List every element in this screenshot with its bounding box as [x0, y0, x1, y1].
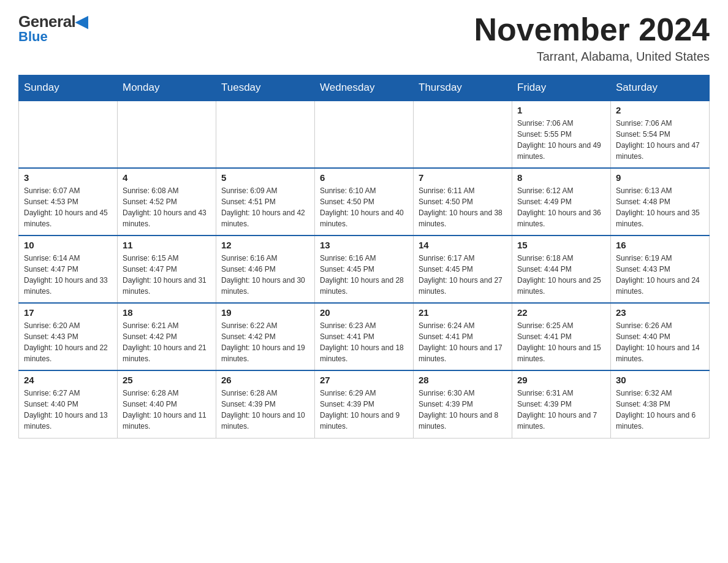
calendar-cell: 24Sunrise: 6:27 AM Sunset: 4:40 PM Dayli… — [19, 370, 118, 438]
calendar-cell — [118, 101, 216, 168]
month-title: November 2024 — [474, 12, 710, 47]
logo: General◀ Blue — [18, 12, 88, 45]
calendar-cell: 4Sunrise: 6:08 AM Sunset: 4:52 PM Daylig… — [118, 168, 216, 236]
calendar-cell: 14Sunrise: 6:17 AM Sunset: 4:45 PM Dayli… — [414, 236, 512, 303]
calendar-header-friday: Friday — [512, 75, 611, 101]
day-number: 10 — [24, 240, 112, 250]
calendar-cell — [216, 101, 315, 168]
day-number: 5 — [221, 172, 309, 183]
location-text: Tarrant, Alabama, United States — [474, 50, 710, 64]
day-number: 12 — [221, 240, 309, 250]
calendar-header-saturday: Saturday — [611, 75, 710, 101]
day-info: Sunrise: 6:10 AM Sunset: 4:50 PM Dayligh… — [320, 185, 408, 229]
day-number: 28 — [419, 375, 507, 385]
day-number: 23 — [616, 307, 704, 318]
day-info: Sunrise: 6:08 AM Sunset: 4:52 PM Dayligh… — [123, 185, 211, 229]
day-number: 17 — [24, 307, 112, 318]
calendar-header-wednesday: Wednesday — [315, 75, 414, 101]
day-number: 29 — [517, 375, 605, 385]
day-number: 27 — [320, 375, 408, 385]
calendar-cell: 2Sunrise: 7:06 AM Sunset: 5:54 PM Daylig… — [611, 101, 710, 168]
calendar-cell — [414, 101, 512, 168]
calendar-cell: 18Sunrise: 6:21 AM Sunset: 4:42 PM Dayli… — [118, 303, 216, 370]
day-info: Sunrise: 6:20 AM Sunset: 4:43 PM Dayligh… — [24, 320, 112, 364]
day-number: 21 — [419, 307, 507, 318]
calendar-cell: 19Sunrise: 6:22 AM Sunset: 4:42 PM Dayli… — [216, 303, 315, 370]
day-info: Sunrise: 6:07 AM Sunset: 4:53 PM Dayligh… — [24, 185, 112, 229]
logo-blue-text: Blue — [18, 29, 48, 45]
day-number: 14 — [419, 240, 507, 250]
day-number: 15 — [517, 240, 605, 250]
calendar-cell: 25Sunrise: 6:28 AM Sunset: 4:40 PM Dayli… — [118, 370, 216, 438]
calendar-cell: 23Sunrise: 6:26 AM Sunset: 4:40 PM Dayli… — [611, 303, 710, 370]
day-info: Sunrise: 6:09 AM Sunset: 4:51 PM Dayligh… — [221, 185, 309, 229]
calendar-cell: 7Sunrise: 6:11 AM Sunset: 4:50 PM Daylig… — [414, 168, 512, 236]
calendar-cell: 17Sunrise: 6:20 AM Sunset: 4:43 PM Dayli… — [19, 303, 118, 370]
calendar-cell: 5Sunrise: 6:09 AM Sunset: 4:51 PM Daylig… — [216, 168, 315, 236]
day-number: 18 — [123, 307, 211, 318]
calendar-cell: 1Sunrise: 7:06 AM Sunset: 5:55 PM Daylig… — [512, 101, 611, 168]
calendar-cell: 15Sunrise: 6:18 AM Sunset: 4:44 PM Dayli… — [512, 236, 611, 303]
calendar-cell: 9Sunrise: 6:13 AM Sunset: 4:48 PM Daylig… — [611, 168, 710, 236]
calendar-cell: 28Sunrise: 6:30 AM Sunset: 4:39 PM Dayli… — [414, 370, 512, 438]
page-header: General◀ Blue November 2024 Tarrant, Ala… — [18, 12, 710, 64]
calendar-week-4: 17Sunrise: 6:20 AM Sunset: 4:43 PM Dayli… — [19, 303, 710, 370]
day-info: Sunrise: 6:12 AM Sunset: 4:49 PM Dayligh… — [517, 185, 605, 229]
day-info: Sunrise: 6:17 AM Sunset: 4:45 PM Dayligh… — [419, 253, 507, 297]
calendar-header-monday: Monday — [118, 75, 216, 101]
day-info: Sunrise: 6:19 AM Sunset: 4:43 PM Dayligh… — [616, 253, 704, 297]
day-info: Sunrise: 6:22 AM Sunset: 4:42 PM Dayligh… — [221, 320, 309, 364]
calendar-cell — [315, 101, 414, 168]
day-info: Sunrise: 6:29 AM Sunset: 4:39 PM Dayligh… — [320, 388, 408, 432]
calendar-cell: 26Sunrise: 6:28 AM Sunset: 4:39 PM Dayli… — [216, 370, 315, 438]
day-number: 8 — [517, 172, 605, 183]
calendar-cell: 30Sunrise: 6:32 AM Sunset: 4:38 PM Dayli… — [611, 370, 710, 438]
day-info: Sunrise: 7:06 AM Sunset: 5:55 PM Dayligh… — [517, 118, 605, 162]
calendar-week-5: 24Sunrise: 6:27 AM Sunset: 4:40 PM Dayli… — [19, 370, 710, 438]
calendar-cell: 22Sunrise: 6:25 AM Sunset: 4:41 PM Dayli… — [512, 303, 611, 370]
day-number: 9 — [616, 172, 704, 183]
day-info: Sunrise: 6:25 AM Sunset: 4:41 PM Dayligh… — [517, 320, 605, 364]
day-number: 22 — [517, 307, 605, 318]
day-number: 11 — [123, 240, 211, 250]
header-right: November 2024 Tarrant, Alabama, United S… — [474, 12, 710, 64]
day-info: Sunrise: 6:18 AM Sunset: 4:44 PM Dayligh… — [517, 253, 605, 297]
calendar-cell: 20Sunrise: 6:23 AM Sunset: 4:41 PM Dayli… — [315, 303, 414, 370]
day-number: 30 — [616, 375, 704, 385]
calendar-week-1: 1Sunrise: 7:06 AM Sunset: 5:55 PM Daylig… — [19, 101, 710, 168]
day-info: Sunrise: 6:28 AM Sunset: 4:40 PM Dayligh… — [123, 388, 211, 432]
day-info: Sunrise: 6:21 AM Sunset: 4:42 PM Dayligh… — [123, 320, 211, 364]
calendar-cell: 27Sunrise: 6:29 AM Sunset: 4:39 PM Dayli… — [315, 370, 414, 438]
day-number: 3 — [24, 172, 112, 183]
calendar-cell: 10Sunrise: 6:14 AM Sunset: 4:47 PM Dayli… — [19, 236, 118, 303]
calendar-cell: 3Sunrise: 6:07 AM Sunset: 4:53 PM Daylig… — [19, 168, 118, 236]
calendar-cell: 11Sunrise: 6:15 AM Sunset: 4:47 PM Dayli… — [118, 236, 216, 303]
day-number: 13 — [320, 240, 408, 250]
day-info: Sunrise: 6:15 AM Sunset: 4:47 PM Dayligh… — [123, 253, 211, 297]
calendar-table: SundayMondayTuesdayWednesdayThursdayFrid… — [18, 75, 710, 439]
day-number: 25 — [123, 375, 211, 385]
calendar-cell: 12Sunrise: 6:16 AM Sunset: 4:46 PM Dayli… — [216, 236, 315, 303]
day-info: Sunrise: 6:27 AM Sunset: 4:40 PM Dayligh… — [24, 388, 112, 432]
day-number: 19 — [221, 307, 309, 318]
day-info: Sunrise: 6:16 AM Sunset: 4:46 PM Dayligh… — [221, 253, 309, 297]
calendar-week-3: 10Sunrise: 6:14 AM Sunset: 4:47 PM Dayli… — [19, 236, 710, 303]
day-info: Sunrise: 6:16 AM Sunset: 4:45 PM Dayligh… — [320, 253, 408, 297]
calendar-cell — [19, 101, 118, 168]
calendar-cell: 13Sunrise: 6:16 AM Sunset: 4:45 PM Dayli… — [315, 236, 414, 303]
calendar-header-sunday: Sunday — [19, 75, 118, 101]
day-number: 6 — [320, 172, 408, 183]
calendar-header-thursday: Thursday — [414, 75, 512, 101]
calendar-cell: 21Sunrise: 6:24 AM Sunset: 4:41 PM Dayli… — [414, 303, 512, 370]
day-number: 4 — [123, 172, 211, 183]
day-info: Sunrise: 6:28 AM Sunset: 4:39 PM Dayligh… — [221, 388, 309, 432]
day-info: Sunrise: 7:06 AM Sunset: 5:54 PM Dayligh… — [616, 118, 704, 162]
day-number: 24 — [24, 375, 112, 385]
calendar-cell: 16Sunrise: 6:19 AM Sunset: 4:43 PM Dayli… — [611, 236, 710, 303]
day-info: Sunrise: 6:30 AM Sunset: 4:39 PM Dayligh… — [419, 388, 507, 432]
day-info: Sunrise: 6:11 AM Sunset: 4:50 PM Dayligh… — [419, 185, 507, 229]
logo-triangle-icon: ◀ — [75, 12, 88, 31]
day-number: 20 — [320, 307, 408, 318]
calendar-week-2: 3Sunrise: 6:07 AM Sunset: 4:53 PM Daylig… — [19, 168, 710, 236]
calendar-header-row: SundayMondayTuesdayWednesdayThursdayFrid… — [19, 75, 710, 101]
